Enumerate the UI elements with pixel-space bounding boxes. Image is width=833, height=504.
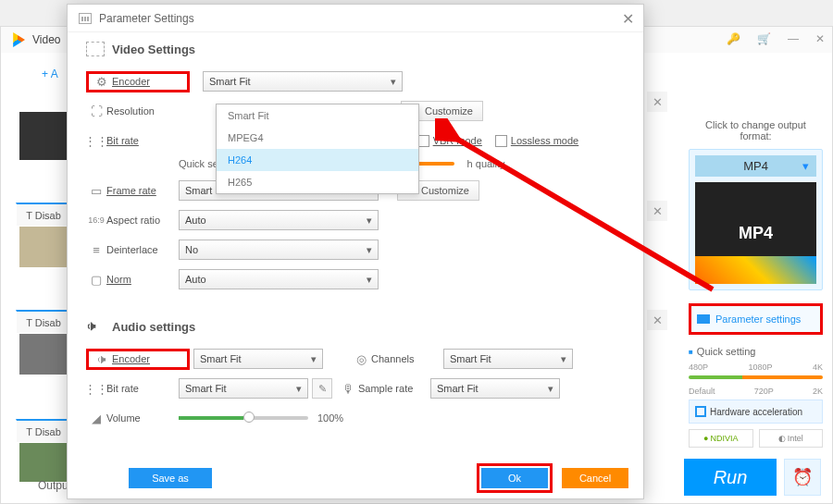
- highlight-encoder: ⚙ Encoder: [86, 71, 190, 92]
- resolution-icon: ⛶: [86, 104, 106, 118]
- edit-bitrate-icon[interactable]: ✎: [312, 378, 332, 399]
- item-close-icon[interactable]: ✕: [647, 201, 667, 221]
- window-controls: 🔑 🛒 — ✕: [727, 32, 825, 45]
- sliders-icon: [697, 314, 710, 324]
- key-icon[interactable]: 🔑: [727, 32, 740, 45]
- dropdown-item[interactable]: Smart Fit: [217, 104, 418, 127]
- quality-slider[interactable]: 480P 1080P 4K Default 720P 2K: [689, 363, 823, 390]
- framerate-label: Frame rate: [106, 185, 179, 196]
- lossless-label: Lossless mode: [511, 135, 578, 146]
- resolution-label: Resolution: [106, 105, 179, 117]
- video-thumbnail[interactable]: [18, 110, 69, 162]
- ok-button[interactable]: Ok: [481, 468, 548, 488]
- encoder-label: Encoder: [112, 76, 184, 87]
- volume-slider[interactable]: [179, 416, 308, 420]
- nvidia-button[interactable]: ● NDIVIA: [689, 429, 753, 448]
- add-button[interactable]: + A: [42, 68, 58, 80]
- samplerate-label: Sample rate: [358, 383, 430, 394]
- volume-icon: ◢: [86, 412, 106, 425]
- volume-value: 100%: [317, 412, 343, 424]
- cancel-button[interactable]: Cancel: [562, 468, 628, 488]
- close-icon[interactable]: ✕: [815, 32, 825, 45]
- samplerate-select[interactable]: Smart Fit: [430, 378, 560, 399]
- aspect-label: Aspect ratio: [106, 215, 179, 226]
- parameter-settings-button[interactable]: Parameter settings: [689, 303, 823, 335]
- video-icon: [86, 42, 105, 56]
- audio-icon: 🕩: [92, 352, 112, 366]
- norm-select[interactable]: Auto: [179, 269, 379, 289]
- channels-icon: ◎: [351, 352, 371, 366]
- format-box: MP4 MP4: [689, 149, 823, 290]
- vbr-label: VBR mode: [433, 135, 482, 146]
- dialog-close-icon[interactable]: ✕: [622, 10, 634, 28]
- channels-label: Channels: [371, 353, 443, 364]
- highlight-audio-encoder: 🕩 Encoder: [86, 349, 190, 370]
- parameter-settings-dialog: Parameter Settings ✕ Video Settings ⚙ En…: [67, 4, 644, 499]
- disable-button[interactable]: T Disab: [16, 310, 71, 334]
- framerate-icon: ▭: [86, 184, 106, 198]
- format-hint: Click to change output format:: [689, 119, 823, 141]
- audio-bitrate-select[interactable]: Smart Fit: [179, 378, 308, 399]
- video-encoder-select[interactable]: Smart Fit: [203, 71, 403, 92]
- intel-button[interactable]: ◐ Intel: [759, 429, 824, 448]
- disable-button[interactable]: T Disab: [16, 419, 71, 443]
- norm-icon: ▢: [86, 273, 106, 287]
- alarm-icon[interactable]: ⏰: [784, 459, 821, 496]
- app-logo-icon: [10, 32, 25, 47]
- highlight-ok: Ok: [477, 463, 553, 493]
- audio-encoder-select[interactable]: Smart Fit: [193, 349, 323, 369]
- item-close-icon[interactable]: ✕: [647, 92, 667, 112]
- dropdown-item-selected[interactable]: H264: [217, 149, 418, 171]
- audio-settings-section: 🕩 Audio settings 🕩 Encoder Smart Fit ◎ C…: [68, 310, 643, 432]
- aspect-select[interactable]: Auto: [179, 210, 379, 230]
- bitrate-icon: ⋮⋮: [86, 382, 106, 396]
- encoder-dropdown: Smart Fit MPEG4 H264 H265: [216, 104, 419, 194]
- bitrate-label: Bit rate: [106, 135, 179, 146]
- save-as-button[interactable]: Save as: [129, 468, 212, 488]
- disable-button[interactable]: T Disab: [16, 203, 71, 227]
- lossless-checkbox[interactable]: [495, 135, 507, 147]
- checkbox-icon: [695, 406, 706, 417]
- bitrate-icon: ⋮⋮: [86, 134, 106, 148]
- item-close-icon[interactable]: ✕: [647, 310, 667, 330]
- volume-label: Volume: [106, 412, 179, 424]
- speaker-icon: 🕩: [86, 319, 105, 334]
- deinterlace-icon: ≡: [86, 243, 106, 257]
- cart-icon[interactable]: 🛒: [757, 32, 771, 45]
- gear-icon: ⚙: [92, 75, 112, 89]
- dialog-titlebar: Parameter Settings ✕: [68, 5, 643, 32]
- aspect-icon: 16:9: [86, 215, 106, 225]
- audio-bitrate-label: Bit rate: [106, 383, 179, 394]
- channels-select[interactable]: Smart Fit: [443, 349, 573, 369]
- run-button[interactable]: Run: [684, 459, 777, 496]
- dropdown-item[interactable]: MPEG4: [217, 127, 418, 149]
- output-panel: Click to change output format: MP4 MP4 P…: [689, 119, 823, 448]
- high-quality-label: h quality: [467, 158, 505, 169]
- audio-encoder-label: Encoder: [112, 353, 184, 364]
- format-preview: MP4: [695, 182, 816, 284]
- hardware-accel-button[interactable]: Hardware acceleration: [689, 400, 823, 424]
- mic-icon: 🎙: [338, 382, 358, 396]
- dropdown-item[interactable]: H265: [217, 171, 418, 193]
- norm-label: Norm: [106, 274, 179, 285]
- minimize-icon[interactable]: —: [788, 32, 799, 45]
- deinterlace-label: Deinterlace: [106, 244, 179, 255]
- app-title: Video: [32, 33, 60, 46]
- quick-setting-label: Quick setting: [689, 346, 823, 357]
- dialog-buttons: Save as Ok Cancel: [68, 463, 643, 493]
- film-strip-icon: [695, 256, 816, 284]
- deinterlace-select[interactable]: No: [179, 240, 379, 260]
- sliders-icon: [79, 13, 92, 24]
- format-selector[interactable]: MP4: [695, 155, 816, 177]
- dialog-title: Parameter Settings: [99, 12, 194, 25]
